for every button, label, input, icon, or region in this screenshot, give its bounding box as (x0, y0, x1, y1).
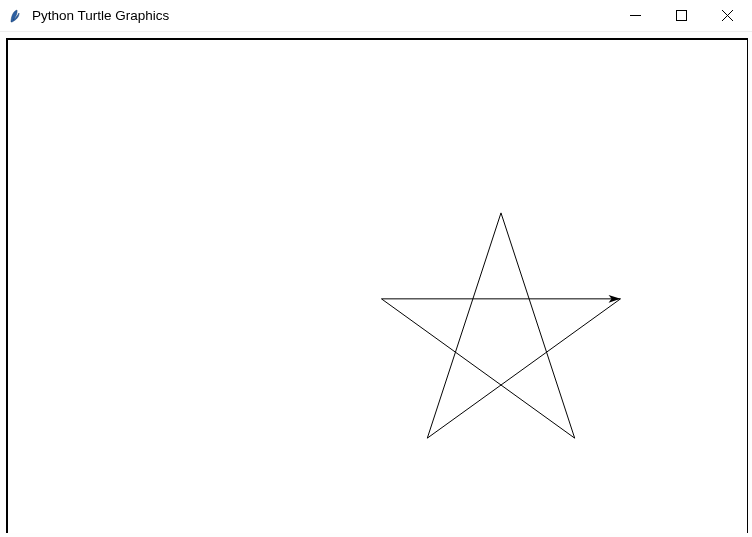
feather-icon (8, 8, 24, 24)
minimize-icon (630, 10, 641, 21)
star-shape (381, 213, 620, 438)
window-controls (612, 0, 750, 31)
maximize-icon (676, 10, 687, 21)
window-title: Python Turtle Graphics (32, 8, 169, 23)
turtle-drawing (8, 40, 747, 533)
svg-rect-0 (676, 11, 686, 21)
canvas-container (0, 32, 752, 537)
maximize-button[interactable] (658, 0, 704, 31)
close-button[interactable] (704, 0, 750, 31)
turtle-canvas[interactable] (6, 38, 748, 533)
minimize-button[interactable] (612, 0, 658, 31)
titlebar: Python Turtle Graphics (0, 0, 752, 32)
close-icon (722, 10, 733, 21)
